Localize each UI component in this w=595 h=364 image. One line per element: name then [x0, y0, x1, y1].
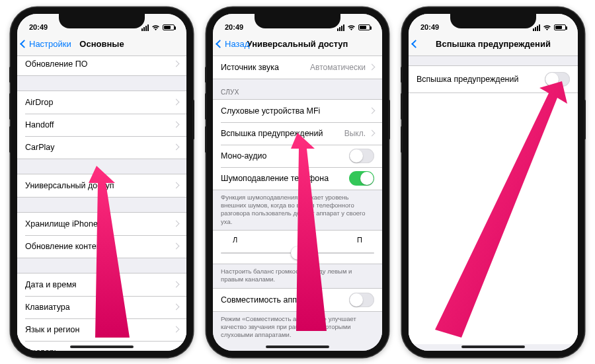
toggle-noise[interactable]: [349, 171, 374, 186]
row-lang-region[interactable]: Язык и регион: [17, 318, 186, 341]
back-button[interactable]: Настройки: [21, 32, 71, 55]
phone-led-flash: 20:49 Вспышка предупреждений Вспышка пре…: [402, 7, 584, 357]
chevron-right-icon: [173, 281, 180, 288]
wifi-icon: [347, 24, 356, 31]
back-label: Назад: [225, 39, 249, 49]
phone-general: 20:49 Настройки Основные Обновление ПО: [11, 7, 193, 357]
row-carplay[interactable]: CarPlay: [17, 136, 186, 159]
chevron-right-icon: [173, 221, 180, 227]
chevron-left-icon: [20, 40, 28, 48]
chevron-right-icon: [173, 144, 180, 151]
row-hearing-devices[interactable]: Слуховые устройства MFi: [213, 100, 382, 122]
phone-accessibility: 20:49 Назад Универсальный доступ Источни…: [206, 7, 389, 357]
nav-bar: Вспышка предупреждений: [409, 32, 578, 56]
balance-footer: Настроить баланс громкости между левым и…: [213, 264, 382, 288]
nav-bar: Назад Универсальный доступ: [213, 32, 382, 56]
chevron-right-icon: [369, 108, 376, 114]
row-datetime[interactable]: Дата и время: [17, 273, 186, 296]
back-label: Настройки: [29, 39, 71, 49]
chevron-left-icon: [411, 40, 420, 48]
battery-icon: [358, 24, 370, 30]
signal-icon: [337, 24, 344, 31]
row-storage[interactable]: Хранилище iPhone: [17, 213, 186, 235]
chevron-right-icon: [173, 304, 180, 310]
row-led-flash-toggle[interactable]: Вспышка предупреждений: [409, 66, 578, 92]
signal-icon: [141, 24, 149, 31]
chevron-left-icon: [216, 40, 224, 48]
page-title: Основные: [79, 39, 124, 49]
row-sound-source[interactable]: Источник звука Автоматически: [213, 56, 382, 79]
chevron-right-icon: [173, 349, 180, 351]
balance-slider-row: Л П: [213, 231, 382, 264]
page-title: Вспышка предупреждений: [436, 39, 551, 49]
row-led-flash[interactable]: Вспышка предупрежденийВыкл.: [213, 122, 382, 145]
back-button[interactable]: Назад: [217, 32, 249, 55]
row-compat[interactable]: Совместимость аппаратов: [213, 289, 382, 311]
row-noise-cancel[interactable]: Шумоподавление телефона: [213, 167, 382, 190]
content-area[interactable]: Обновление ПО AirDrop Handoff CarPlay Ун…: [17, 56, 186, 351]
notch: [59, 14, 145, 28]
row-handoff[interactable]: Handoff: [17, 114, 186, 136]
compat-footer: Режим «Совместимость аппаратов» улучшает…: [213, 312, 382, 344]
balance-right-label: П: [357, 236, 362, 244]
row-content-refresh[interactable]: Обновление контента: [17, 235, 186, 258]
row-software-update[interactable]: Обновление ПО: [17, 56, 186, 75]
chevron-right-icon: [173, 122, 180, 128]
toggle-mono[interactable]: [349, 149, 374, 163]
content-area[interactable]: Вспышка предупреждений: [409, 56, 578, 351]
toggle-led-flash[interactable]: [545, 72, 570, 87]
home-indicator: [70, 346, 134, 348]
content-area[interactable]: Источник звука Автоматически СЛУХ Слухов…: [213, 56, 382, 351]
status-time: 20:49: [29, 23, 48, 31]
notch: [255, 14, 340, 28]
notch: [450, 14, 536, 28]
chevron-right-icon: [173, 326, 180, 333]
balance-slider[interactable]: [221, 246, 374, 260]
row-airdrop[interactable]: AirDrop: [17, 91, 186, 114]
noise-footer: Функция шумоподавления снижает уровень в…: [213, 190, 382, 230]
row-mono-audio[interactable]: Моно-аудио: [213, 145, 382, 167]
home-indicator: [266, 346, 329, 348]
status-time: 20:49: [420, 23, 439, 31]
row-accessibility[interactable]: Универсальный доступ: [17, 174, 186, 197]
back-button[interactable]: [413, 32, 420, 55]
wifi-icon: [151, 24, 160, 31]
balance-left-label: Л: [233, 236, 237, 244]
chevron-right-icon: [173, 182, 180, 189]
chevron-right-icon: [173, 61, 180, 67]
page-title: Универсальный доступ: [247, 39, 348, 49]
nav-bar: Настройки Основные: [17, 32, 186, 56]
chevron-right-icon: [173, 243, 180, 250]
wifi-icon: [543, 24, 551, 31]
signal-icon: [533, 24, 540, 31]
home-indicator: [461, 346, 525, 348]
chevron-right-icon: [369, 130, 376, 137]
chevron-right-icon: [369, 64, 376, 71]
section-hearing: СЛУХ: [213, 79, 382, 99]
row-keyboard[interactable]: Клавиатура: [17, 296, 186, 318]
battery-icon: [554, 24, 566, 30]
status-time: 20:49: [225, 23, 243, 31]
battery-icon: [163, 24, 175, 30]
chevron-right-icon: [173, 99, 180, 106]
toggle-compat[interactable]: [349, 293, 374, 307]
